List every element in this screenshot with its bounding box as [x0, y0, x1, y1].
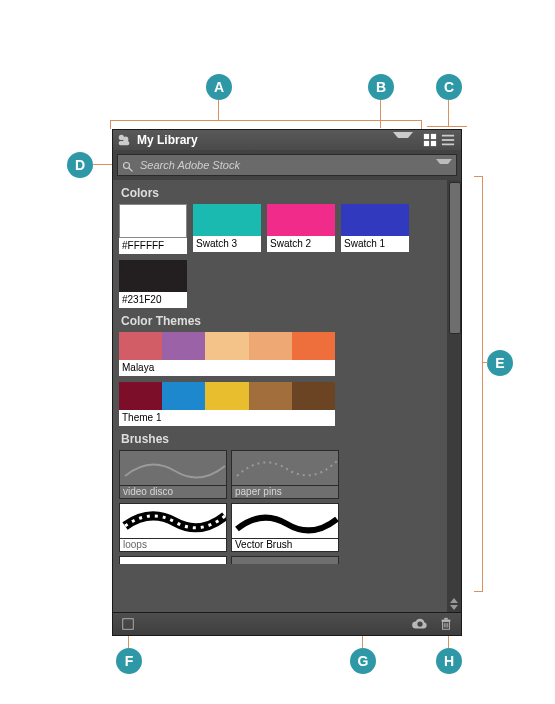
- connector: [218, 100, 220, 120]
- search-dropdown-icon[interactable]: [436, 159, 452, 172]
- add-content-button[interactable]: [119, 615, 137, 633]
- color-swatch[interactable]: Swatch 3: [193, 204, 261, 254]
- svg-line-11: [129, 168, 133, 172]
- scroll-thumb[interactable]: [449, 182, 461, 334]
- svg-rect-2: [119, 141, 130, 145]
- color-swatch[interactable]: #231F20: [119, 260, 187, 308]
- svg-point-10: [124, 163, 130, 169]
- list-view-button[interactable]: [439, 131, 457, 149]
- search-input[interactable]: [138, 158, 436, 172]
- trash-icon[interactable]: [437, 615, 455, 633]
- brush-item[interactable]: paper pins: [231, 450, 339, 499]
- color-theme[interactable]: Theme 1: [119, 382, 335, 426]
- connector: [482, 362, 488, 364]
- callout-g: G: [350, 648, 376, 674]
- search-row: [117, 154, 457, 176]
- color-swatch[interactable]: Swatch 1: [341, 204, 409, 254]
- connector: [110, 120, 422, 129]
- svg-rect-8: [442, 139, 454, 141]
- chevron-down-icon: [393, 132, 413, 148]
- cloud-sync-icon[interactable]: [411, 615, 429, 633]
- svg-rect-12: [123, 619, 134, 630]
- scroll-down-icon[interactable]: [450, 605, 458, 610]
- svg-rect-14: [442, 620, 451, 622]
- color-swatch[interactable]: #FFFFFF: [119, 204, 187, 254]
- colors-grid: #FFFFFF Swatch 3 Swatch 2 Swatch 1 #231F…: [119, 204, 441, 308]
- callout-b: B: [368, 74, 394, 100]
- color-swatch[interactable]: Swatch 2: [267, 204, 335, 254]
- callout-a: A: [206, 74, 232, 100]
- grid-view-button[interactable]: [421, 131, 439, 149]
- section-colors-title: Colors: [119, 180, 441, 204]
- svg-rect-5: [424, 141, 429, 146]
- connector: [448, 100, 450, 126]
- libraries-panel: My Library Colors #FFFFFF Swatch 3 Swatc…: [112, 129, 462, 636]
- search-icon: [122, 159, 134, 171]
- svg-rect-9: [442, 144, 454, 146]
- scrollbar[interactable]: [447, 180, 461, 612]
- connector: [380, 100, 382, 128]
- section-brushes-title: Brushes: [119, 426, 441, 450]
- library-picker[interactable]: My Library: [113, 130, 461, 150]
- connector: [427, 126, 467, 128]
- connector: [93, 164, 112, 166]
- scroll-up-icon[interactable]: [450, 598, 458, 603]
- collaborate-icon: [117, 133, 131, 147]
- brush-item[interactable]: [231, 556, 339, 564]
- svg-rect-3: [424, 134, 429, 139]
- connector: [474, 176, 483, 592]
- brush-item[interactable]: loops: [119, 503, 227, 552]
- panel-footer: [113, 612, 461, 635]
- brushes-grid: video disco paper pins loops Vector Brus…: [119, 450, 441, 564]
- svg-rect-15: [444, 618, 448, 620]
- callout-e: E: [487, 350, 513, 376]
- svg-rect-4: [431, 134, 436, 139]
- callout-h: H: [436, 648, 462, 674]
- callout-c: C: [436, 74, 462, 100]
- brush-item[interactable]: Vector Brush: [231, 503, 339, 552]
- callout-d: D: [67, 152, 93, 178]
- library-content: Colors #FFFFFF Swatch 3 Swatch 2 Swatch …: [113, 180, 461, 612]
- color-theme[interactable]: Malaya: [119, 332, 335, 376]
- library-title: My Library: [137, 133, 393, 147]
- section-themes-title: Color Themes: [119, 308, 441, 332]
- callout-f: F: [116, 648, 142, 674]
- brush-item[interactable]: [119, 556, 227, 564]
- svg-rect-6: [431, 141, 436, 146]
- svg-rect-7: [442, 135, 454, 137]
- brush-item[interactable]: video disco: [119, 450, 227, 499]
